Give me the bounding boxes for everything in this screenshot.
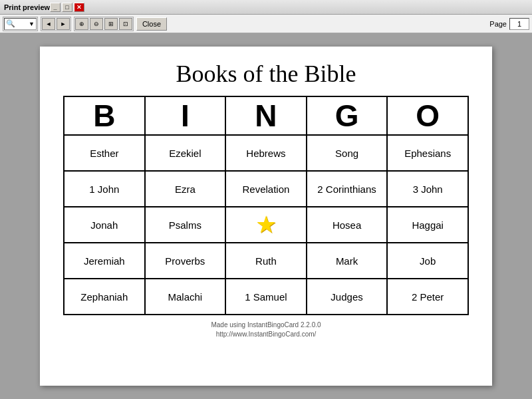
table-cell: 2 Peter [387,279,468,315]
table-row: ZephaniahMalachi1 SamuelJudges2 Peter [64,279,468,315]
table-cell: Zephaniah [64,279,145,315]
table-cell: Ezekiel [145,135,226,171]
close-button[interactable]: ✕ [74,3,84,12]
table-cell: Psalms [145,207,226,243]
footer: Made using InstantBingoCard 2.2.0.0 http… [211,321,321,339]
title-bar: Print preview _ □ ✕ [0,0,532,15]
fit-button[interactable]: ⊞ [104,18,118,30]
search-box[interactable]: 🔍 ▼ [4,18,37,30]
table-cell: Ruth [225,243,307,279]
table-row: JonahPsalms★HoseaHaggai [64,207,468,243]
page-title: Books of the Bible [176,60,356,88]
table-row: 1 JohnEzraRevelation2 Corinthians3 John [64,171,468,207]
table-cell: Ezra [145,171,226,207]
table-cell: Proverbs [145,243,226,279]
footer-line1: Made using InstantBingoCard 2.2.0.0 [211,321,321,330]
search-group: 🔍 ▼ [3,17,38,31]
zoom-group: ⊕ ⊖ ⊞ ⊡ [74,17,134,31]
table-cell: 3 John [387,171,468,207]
table-row: EstherEzekielHebrewsSongEphesians [64,135,468,171]
search-icon: 🔍 [6,19,15,28]
search-input[interactable] [15,20,29,28]
bingo-g-header: G [307,96,388,135]
paper: Books of the Bible B I N G O EstherEzeki… [40,47,492,386]
zoom-in-button[interactable]: ⊕ [75,18,88,30]
table-cell: Judges [307,279,388,315]
maximize-button[interactable]: □ [62,3,72,12]
table-cell: Jeremiah [64,243,145,279]
bingo-n-header: N [225,96,307,135]
bingo-i-header: I [145,96,226,135]
bingo-table: B I N G O EstherEzekielHebrewsSongEphesi… [63,96,469,315]
table-cell: Hebrews [225,135,307,171]
table-cell: Haggai [387,207,468,243]
table-cell: 2 Corinthians [307,171,388,207]
table-cell: Ephesians [387,135,468,171]
page-label: Page [489,18,529,30]
table-cell: Malachi [145,279,226,315]
bingo-o-header: O [387,96,468,135]
table-row: JeremiahProverbsRuthMarkJob [64,243,468,279]
minimize-button[interactable]: _ [50,3,61,12]
title-bar-title: Print preview [4,3,50,11]
table-cell: Jonah [64,207,145,243]
star-icon: ★ [255,211,277,239]
table-cell: Hosea [307,207,388,243]
footer-line2: http://www.InstantBingoCard.com/ [211,330,321,339]
table-cell: 1 John [64,171,145,207]
bingo-b-header: B [64,96,145,135]
actual-size-button[interactable]: ⊡ [119,18,132,30]
page-input[interactable] [509,18,529,30]
table-cell: Song [307,135,388,171]
next-page-button[interactable]: ► [57,18,70,30]
bingo-header-row: B I N G O [64,96,468,135]
table-cell: Job [387,243,468,279]
zoom-out-button[interactable]: ⊖ [90,18,103,30]
close-preview-button[interactable]: Close [136,17,167,31]
table-cell: Esther [64,135,145,171]
title-bar-controls: _ □ ✕ [50,3,84,12]
page-text: Page [489,20,507,28]
table-cell: Mark [307,243,388,279]
toolbar: 🔍 ▼ ◄ ► ⊕ ⊖ ⊞ ⊡ Close Page [0,15,532,33]
table-cell: Revelation [225,171,307,207]
prev-page-button[interactable]: ◄ [42,18,55,30]
table-cell: ★ [225,207,307,243]
content-area: Books of the Bible B I N G O EstherEzeki… [0,33,532,399]
chevron-down-icon: ▼ [29,21,35,27]
table-cell: 1 Samuel [225,279,307,315]
nav-group: ◄ ► [41,17,71,31]
